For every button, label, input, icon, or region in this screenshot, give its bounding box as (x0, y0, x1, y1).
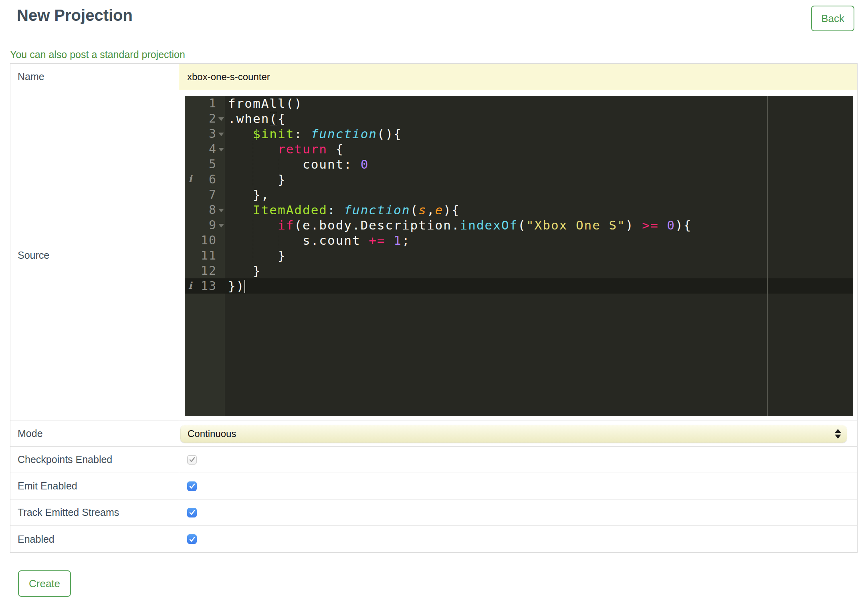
fold-arrow-icon[interactable] (218, 133, 224, 136)
mode-label: Mode (10, 421, 179, 446)
gutter-line-5: 5 (185, 157, 225, 172)
emit-enabled-checkbox[interactable] (187, 481, 197, 491)
gutter-line-2: 2 (185, 111, 225, 126)
emit-enabled-label: Emit Enabled (10, 473, 179, 499)
code-token: ; (402, 233, 410, 248)
checkpoints-enabled-row: Checkpoints Enabled (10, 447, 857, 473)
code-token (228, 203, 253, 217)
code-token: 0 (361, 157, 369, 171)
fold-arrow-icon[interactable] (218, 148, 224, 151)
emit-enabled-row: Emit Enabled (10, 473, 857, 499)
code-token: += (369, 233, 385, 248)
line-number: 12 (185, 263, 225, 278)
track-emitted-streams-label: Track Emitted Streams (10, 499, 179, 525)
line-number: 10 (185, 233, 225, 248)
page-title: New Projection (17, 6, 133, 24)
code-token: } (228, 248, 286, 263)
indent-guide-line (253, 233, 253, 248)
code-token: "Xbox One S" (526, 218, 626, 232)
source-value-cell: 12345i6789101112i13 fromAll().when({ $in… (179, 90, 857, 421)
code-token: (e.body.Description. (294, 218, 460, 232)
code-token: } (228, 172, 286, 187)
print-margin-line (767, 96, 768, 416)
code-token: function (344, 203, 410, 217)
line-number: 7 (185, 187, 225, 202)
checkpoints-enabled-checkbox[interactable] (187, 455, 197, 465)
line-number: 1 (185, 96, 225, 111)
code-token: $init (253, 127, 294, 141)
checkpoints-enabled-label: Checkpoints Enabled (10, 447, 179, 473)
name-row: Name (10, 64, 857, 90)
name-value-cell (179, 64, 857, 90)
mode-selected-value: Continuous (188, 428, 236, 439)
code-token: if (278, 218, 294, 232)
indent-guide-line (278, 233, 278, 248)
enabled-label: Enabled (10, 526, 179, 552)
code-token: s.count (228, 233, 369, 248)
enabled-checkbox[interactable] (187, 534, 197, 544)
new-projection-page: New Projection Back You can also post a … (0, 0, 868, 606)
code-token: : (294, 127, 311, 141)
fold-arrow-icon[interactable] (218, 117, 224, 121)
enabled-row: Enabled (10, 526, 857, 552)
code-line-3[interactable]: $init: function(){ (228, 126, 402, 141)
code-token: function (311, 127, 377, 141)
code-token: >= (642, 218, 658, 232)
indent-guide-line (253, 141, 253, 157)
code-line-6[interactable]: } (228, 172, 286, 187)
track-emitted-streams-checkbox[interactable] (187, 508, 197, 517)
indent-guide-line (253, 217, 253, 233)
gutter-line-9: 9 (185, 217, 225, 233)
mode-value-cell: Continuous (179, 421, 857, 446)
gutter-line-6: i6 (185, 172, 225, 187)
name-input[interactable] (179, 64, 857, 90)
code-line-5[interactable]: count: 0 (228, 157, 369, 172)
gutter-line-11: 11 (185, 248, 225, 263)
source-label: Source (10, 90, 179, 421)
gutter-line-3: 3 (185, 126, 225, 141)
create-button[interactable]: Create (18, 570, 71, 597)
code-token: fromAll() (228, 96, 303, 111)
gutter-line-8: 8 (185, 202, 225, 217)
code-line-11[interactable]: } (228, 248, 286, 263)
code-line-13[interactable]: }) (228, 278, 245, 294)
code-token: return (278, 142, 327, 156)
projection-form: Name Source 12345i6789101112i13 fromAll(… (10, 63, 858, 553)
info-annotation-icon: i (188, 173, 192, 185)
fold-arrow-icon[interactable] (218, 224, 224, 228)
gutter-line-12: 12 (185, 263, 225, 278)
active-line-highlight (185, 278, 853, 294)
indent-guide-line (253, 248, 253, 263)
code-token (228, 127, 253, 141)
code-line-4[interactable]: return { (228, 141, 344, 157)
code-line-12[interactable]: } (228, 263, 261, 278)
back-button[interactable]: Back (811, 6, 854, 31)
gutter-line-7: 7 (185, 187, 225, 202)
source-row: Source 12345i6789101112i13 fromAll().whe… (10, 90, 857, 421)
mode-select[interactable]: Continuous (180, 425, 847, 443)
code-line-7[interactable]: }, (228, 187, 269, 202)
code-line-1[interactable]: fromAll() (228, 96, 303, 111)
info-annotation-icon: i (188, 280, 192, 291)
code-token: , (427, 203, 435, 217)
code-token: } (228, 264, 261, 278)
code-token: ){ (443, 203, 460, 217)
code-line-9[interactable]: if(e.body.Description.indexOf("Xbox One … (228, 217, 692, 233)
code-line-2[interactable]: .when({ (228, 111, 286, 126)
source-editor[interactable]: 12345i6789101112i13 fromAll().when({ $in… (185, 96, 853, 416)
standard-projection-link[interactable]: You can also post a standard projection (10, 49, 185, 60)
code-token: 1 (394, 233, 402, 248)
check-icon (189, 457, 196, 463)
gutter-line-10: 10 (185, 233, 225, 248)
code-token: ){ (675, 218, 692, 232)
code-line-10[interactable]: s.count += 1; (228, 233, 410, 248)
mode-row: Mode Continuous (10, 421, 857, 447)
indent-guide-line (253, 172, 253, 187)
code-token: }, (228, 187, 269, 202)
gutter-line-1: 1 (185, 96, 225, 111)
code-line-8[interactable]: ItemAdded: function(s,e){ (228, 202, 460, 217)
code-token: ( (269, 111, 278, 126)
code-token: { (278, 111, 286, 126)
fold-arrow-icon[interactable] (218, 209, 224, 212)
line-number: 11 (185, 248, 225, 263)
